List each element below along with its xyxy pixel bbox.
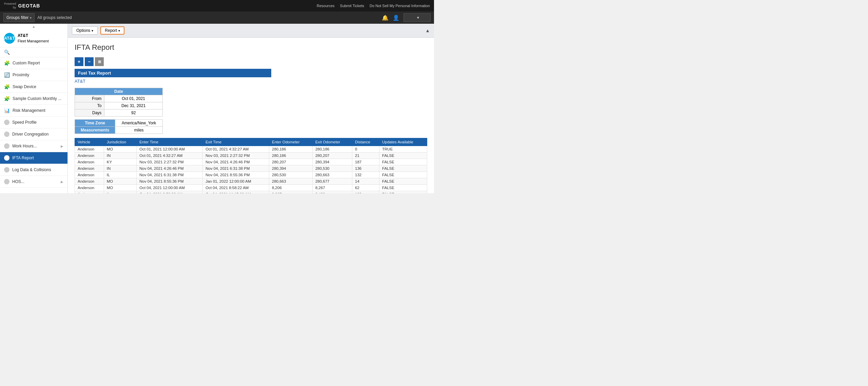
- table-cell-1: IL: [104, 191, 136, 194]
- table-cell-2: Oct 04, 2021 12:00:00 AM: [137, 185, 203, 191]
- report-chevron-icon: ▾: [118, 29, 120, 33]
- table-cell-5: 280,663: [312, 172, 352, 178]
- from-label: From: [75, 95, 104, 102]
- sidebar-item-custom-report[interactable]: 🧩 Custom Report: [0, 57, 67, 69]
- congregation-circle-icon: [4, 131, 9, 137]
- sidebar-item-label: IFTA Report: [12, 156, 34, 160]
- table-cell-2: Nov 03, 2021 2:27:32 PM: [137, 159, 203, 165]
- user-name-label: [407, 15, 416, 20]
- table-cell-3: Oct 04, 2021 8:58:22 AM: [203, 185, 269, 191]
- work-hours-circle-icon: [4, 143, 9, 149]
- ifta-circle-icon: [4, 155, 9, 161]
- table-cell-4: 8,206: [269, 185, 313, 191]
- table-cell-7: FALSE: [379, 159, 427, 165]
- options-chevron-icon: ▾: [92, 29, 93, 33]
- expand-button[interactable]: +: [75, 57, 83, 66]
- days-value: 92: [104, 109, 163, 117]
- company-link[interactable]: AT&T: [75, 77, 427, 85]
- table-cell-4: 280,186: [269, 146, 313, 153]
- to-value: Dec 31, 2021: [104, 102, 163, 109]
- settings-table: Time Zone America/New_York Measurements …: [75, 119, 163, 134]
- sidebar-item-ifta-report[interactable]: IFTA Report: [0, 152, 67, 164]
- table-row: AndersonINOct 01, 2021 4:32:27 AMNov 03,…: [75, 153, 427, 159]
- table-header-exit-odometer: Exit Odometer: [312, 138, 352, 146]
- table-cell-6: 136: [352, 165, 379, 172]
- submit-tickets-link[interactable]: Submit Tickets: [340, 4, 364, 8]
- table-cell-0: Anderson: [75, 159, 104, 165]
- table-cell-5: 280,530: [312, 165, 352, 172]
- table-header-updates-available: Updates Available: [379, 138, 427, 146]
- sidebar-item-hos[interactable]: HOS... ▶: [0, 176, 67, 188]
- table-cell-4: 280,530: [269, 172, 313, 178]
- table-body: AndersonMOOct 01, 2021 12:00:00 AMOct 01…: [75, 146, 427, 194]
- sidebar-item-label: Risk Management: [13, 108, 45, 113]
- report-content: IFTA Report + − ⊞ Fuel Tax Report AT&T D…: [68, 38, 434, 193]
- table-cell-3: Jan 01, 2022 12:00:00 AM: [203, 178, 269, 185]
- sidebar-item-label: Sample Custom Monthly ...: [13, 96, 61, 101]
- table-cell-5: 8,428: [312, 191, 352, 194]
- table-cell-3: Nov 04, 2021 6:31:38 PM: [203, 165, 269, 172]
- table-cell-1: MO: [104, 185, 136, 191]
- user-menu-button[interactable]: ▾: [403, 13, 431, 22]
- groups-filter-button[interactable]: Groups filter ▾: [3, 13, 35, 22]
- do-not-sell-link[interactable]: Do Not Sell My Personal Information: [370, 4, 430, 8]
- table-cell-2: Oct 01, 2021 12:00:00 AM: [137, 146, 203, 153]
- table-cell-6: 187: [352, 159, 379, 165]
- sidebar-item-sample-custom[interactable]: 🧩 Sample Custom Monthly ...: [0, 93, 67, 105]
- geotab-logo: GEOTAB: [18, 3, 40, 8]
- table-cell-1: MO: [104, 146, 136, 153]
- sidebar-item-proximity[interactable]: 🔄 Proximity: [0, 69, 67, 81]
- table-cell-5: 280,677: [312, 178, 352, 185]
- sidebar-item-work-hours[interactable]: Work Hours... ▶: [0, 140, 67, 152]
- content-toolbar: Options ▾ Report ▾ ▲: [68, 24, 434, 38]
- table-cell-2: Nov 04, 2021 4:26:46 PM: [137, 165, 203, 172]
- table-cell-7: FALSE: [379, 191, 427, 194]
- risk-chart-icon: 📊: [4, 108, 10, 113]
- user-avatar-icon[interactable]: 👤: [393, 15, 399, 21]
- sidebar-item-label: Speed Profile: [12, 120, 37, 125]
- user-menu-chevron-icon: ▾: [417, 15, 419, 20]
- log-data-circle-icon: [4, 167, 9, 172]
- groups-filter-chevron-icon: ▾: [30, 16, 32, 20]
- date-info-table: Date From Oct 01, 2021 To Dec 31, 2021 D…: [75, 88, 163, 117]
- table-header-exit-time: Exit Time: [203, 138, 269, 146]
- top-nav-right: Resources Submit Tickets Do Not Sell My …: [317, 4, 430, 8]
- table-cell-1: MO: [104, 178, 136, 185]
- sidebar-item-risk-management[interactable]: 📊 Risk Management: [0, 105, 67, 117]
- table-cell-7: FALSE: [379, 185, 427, 191]
- sidebar-item-swap-device[interactable]: 🧩 Swap Device: [0, 81, 67, 93]
- table-row: AndersonINNov 04, 2021 4:26:46 PMNov 04,…: [75, 165, 427, 172]
- work-hours-chevron-icon: ▶: [61, 144, 63, 148]
- resources-link[interactable]: Resources: [317, 4, 335, 8]
- content-area: Options ▾ Report ▾ ▲ IFTA Report + − ⊞ F…: [68, 24, 434, 193]
- table-cell-7: FALSE: [379, 153, 427, 159]
- sidebar-item-label: Swap Device: [13, 84, 36, 89]
- report-button[interactable]: Report ▾: [100, 26, 124, 35]
- table-cell-4: 8,267: [269, 191, 313, 194]
- table-row: AndersonMOOct 01, 2021 12:00:00 AMOct 01…: [75, 146, 427, 153]
- sidebar-item-driver-congregation[interactable]: Driver Congregation: [0, 128, 67, 140]
- scroll-to-top-button[interactable]: ▲: [425, 28, 430, 33]
- timezone-value: America/New_York: [115, 120, 163, 127]
- measurements-label: Measurements: [75, 127, 115, 134]
- grid-view-button[interactable]: ⊞: [95, 57, 104, 66]
- sidebar-item-speed-profile[interactable]: Speed Profile: [0, 117, 67, 128]
- table-cell-3: Nov 04, 2021 4:26:46 PM: [203, 159, 269, 165]
- table-cell-0: Anderson: [75, 191, 104, 194]
- notifications-bell-icon[interactable]: 🔔: [382, 15, 389, 21]
- table-cell-4: 280,663: [269, 178, 313, 185]
- sample-puzzle-icon: 🧩: [4, 96, 10, 101]
- search-button[interactable]: 🔍: [0, 47, 67, 57]
- options-button[interactable]: Options ▾: [72, 26, 98, 35]
- table-cell-3: Nov 04, 2021 8:55:36 PM: [203, 172, 269, 178]
- from-value: Oct 01, 2021: [104, 95, 163, 102]
- speed-circle-icon: [4, 120, 9, 125]
- top-nav-left: Powered by GEOTAB: [4, 2, 40, 9]
- proximity-icon: 🔄: [4, 72, 10, 78]
- table-cell-0: Anderson: [75, 153, 104, 159]
- collapse-button[interactable]: −: [85, 57, 94, 66]
- table-controls: + − ⊞: [75, 57, 427, 66]
- sidebar-item-log-data[interactable]: Log Data & Collisions: [0, 164, 67, 176]
- table-cell-2: Oct 04, 2021 8:58:22 AM: [137, 191, 203, 194]
- report-header-section: Fuel Tax Report AT&T Date From Oct 01, 2…: [75, 69, 427, 134]
